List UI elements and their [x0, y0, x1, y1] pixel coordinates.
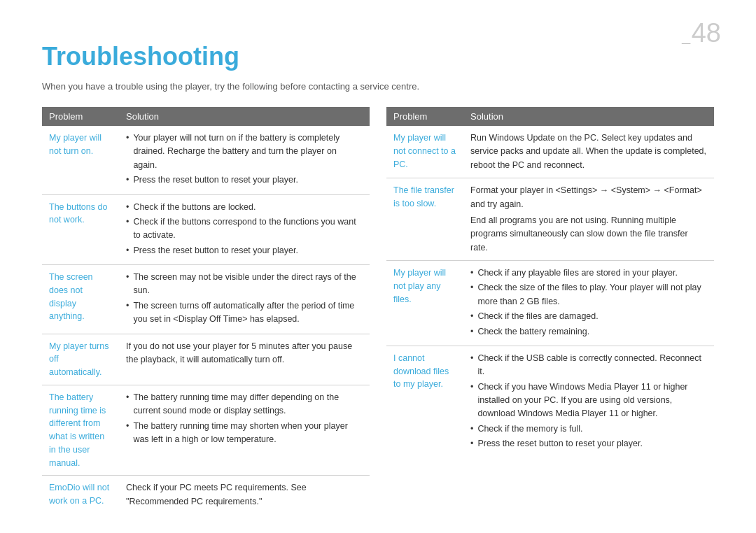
- bullet-item: The battery running time may shorten whe…: [126, 420, 363, 447]
- bullet-item: The battery running time may differ depe…: [126, 391, 363, 418]
- table-row: The battery running time is different fr…: [42, 385, 370, 476]
- problem-cell: My player turns off automatically.: [42, 334, 119, 385]
- bullet-item: Check if the buttons are locked.: [126, 201, 363, 214]
- left-col-solution: Solution: [119, 107, 370, 126]
- bullet-item: Press the reset button to reset your pla…: [126, 244, 363, 257]
- bullet-item: Press the reset button to reset your pla…: [126, 173, 363, 187]
- left-table-section: Problem Solution My player will not turn…: [42, 107, 370, 514]
- right-table-section: Problem Solution My player will not conn…: [386, 107, 714, 458]
- table-row: I cannot download files to my player.Che…: [386, 346, 714, 457]
- problem-cell: The screen does not display anything.: [42, 265, 119, 334]
- bullet-item: Check if the buttons correspond to the f…: [126, 215, 363, 243]
- problem-cell: My player will not turn on.: [42, 126, 119, 194]
- page-subtitle: When you have a trouble using the player…: [42, 81, 714, 92]
- table-row: My player will not turn on.Your player w…: [42, 126, 370, 194]
- solution-cell: The battery running time may differ depe…: [119, 385, 370, 476]
- solution-cell: The screen may not be visible under the …: [119, 265, 370, 334]
- left-col-problem: Problem: [42, 107, 119, 126]
- tables-wrapper: Problem Solution My player will not turn…: [42, 107, 714, 514]
- left-table: Problem Solution My player will not turn…: [42, 107, 370, 514]
- right-col-problem: Problem: [386, 107, 463, 126]
- solution-cell: Format your player in <Settings> → <Syst…: [463, 178, 714, 261]
- bullet-item: The screen may not be visible under the …: [126, 271, 363, 298]
- problem-cell: EmoDio will not work on a PC.: [42, 476, 119, 514]
- bullet-item: The screen turns off automatically after…: [126, 299, 363, 327]
- bullet-item: Check the size of the files to play. You…: [470, 281, 707, 308]
- page-title: Troubleshooting: [42, 42, 714, 71]
- solution-cell: Run Windows Update on the PC. Select key…: [463, 126, 714, 178]
- table-row: The screen does not display anything.The…: [42, 265, 370, 334]
- bullet-item: Check if the memory is full.: [470, 422, 707, 436]
- problem-cell: The file transfer is too slow.: [386, 178, 463, 261]
- bullet-item: Check the battery remaining.: [470, 325, 707, 339]
- problem-cell: The buttons do not work.: [42, 194, 119, 265]
- bullet-item: Check if the files are damaged.: [470, 310, 707, 323]
- table-row: My player will not play any files.Check …: [386, 261, 714, 346]
- table-row: My player will not connect to a PC.Run W…: [386, 126, 714, 178]
- solution-cell: If you do not use your player for 5 minu…: [119, 334, 370, 385]
- solution-cell: Check if your PC meets PC requirements. …: [119, 476, 370, 514]
- solution-cell: Check if the buttons are locked.Check if…: [119, 194, 370, 265]
- problem-cell: I cannot download files to my player.: [386, 346, 463, 457]
- solution-cell: Your player will not turn on if the batt…: [119, 126, 370, 194]
- solution-cell: Check if any playable files are stored i…: [463, 261, 714, 346]
- table-row: EmoDio will not work on a PC.Check if yo…: [42, 476, 370, 514]
- solution-cell: Check if the USB cable is correctly conn…: [463, 346, 714, 457]
- table-row: The file transfer is too slow.Format you…: [386, 178, 714, 261]
- bullet-item: Check if you have Windows Media Player 1…: [470, 381, 707, 421]
- right-table: Problem Solution My player will not conn…: [386, 107, 714, 458]
- problem-cell: My player will not connect to a PC.: [386, 126, 463, 178]
- page-number: _48: [682, 20, 721, 56]
- table-row: My player turns off automatically.If you…: [42, 334, 370, 385]
- problem-cell: My player will not play any files.: [386, 261, 463, 346]
- bullet-item: Your player will not turn on if the batt…: [126, 132, 363, 172]
- right-col-solution: Solution: [463, 107, 714, 126]
- bullet-item: Press the reset button to reset your pla…: [470, 437, 707, 450]
- bullet-item: Check if the USB cable is correctly conn…: [470, 352, 707, 379]
- bullet-item: Check if any playable files are stored i…: [470, 266, 707, 280]
- table-row: The buttons do not work.Check if the but…: [42, 194, 370, 265]
- problem-cell: The battery running time is different fr…: [42, 385, 119, 476]
